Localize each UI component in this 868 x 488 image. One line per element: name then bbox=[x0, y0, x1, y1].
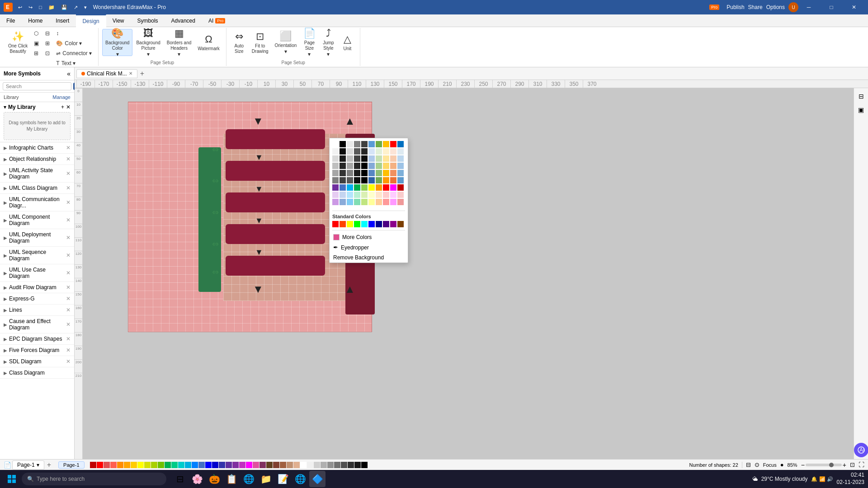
color-cell[interactable] bbox=[383, 163, 389, 169]
sidebar-item-uml-activity[interactable]: ▶ UML Activity State Diagram ✕ bbox=[0, 165, 74, 183]
palette-swatch[interactable] bbox=[171, 462, 178, 468]
color-cell[interactable] bbox=[361, 148, 368, 155]
std-color-green[interactable] bbox=[354, 221, 360, 227]
tab-view[interactable]: View bbox=[106, 14, 131, 27]
palette-swatch[interactable] bbox=[334, 462, 340, 468]
palette-swatch[interactable] bbox=[178, 462, 184, 468]
color-cell[interactable] bbox=[332, 170, 339, 176]
palette-swatch[interactable] bbox=[314, 462, 320, 468]
palette-swatch[interactable] bbox=[205, 462, 212, 468]
sidebar-item-sdl[interactable]: ▶ SDL Diagram ✕ bbox=[0, 356, 74, 367]
taskbar-search-box[interactable]: 🔍 Type here to search bbox=[22, 473, 166, 485]
sidebar-item-class-diagram[interactable]: ▶ Class Diagram bbox=[0, 367, 74, 379]
undo-btn[interactable]: ↩ bbox=[15, 3, 25, 12]
color-cell[interactable] bbox=[340, 170, 346, 176]
taskbar-app-word[interactable]: 📝 bbox=[275, 471, 291, 487]
color-cell[interactable] bbox=[383, 141, 389, 147]
color-cell[interactable] bbox=[368, 177, 375, 183]
sidebar-item-infographic[interactable]: ▶ Infographic Charts ✕ bbox=[0, 142, 74, 154]
color-cell[interactable] bbox=[368, 192, 375, 198]
color-cell[interactable] bbox=[332, 199, 339, 205]
palette-swatch[interactable] bbox=[110, 462, 117, 468]
open-btn[interactable]: 📁 bbox=[46, 3, 57, 12]
palette-swatch[interactable] bbox=[266, 462, 273, 468]
color-cell[interactable] bbox=[390, 170, 396, 176]
color-cell[interactable] bbox=[397, 177, 404, 183]
color-cell[interactable] bbox=[397, 199, 404, 205]
close-icon[interactable]: ✕ bbox=[66, 170, 71, 177]
sidebar-item-five-forces[interactable]: ▶ Five Forces Diagram ✕ bbox=[0, 345, 74, 356]
color-cell[interactable] bbox=[354, 184, 360, 191]
color-cell[interactable] bbox=[347, 184, 353, 191]
close-icon[interactable]: ✕ bbox=[66, 270, 71, 276]
color-cell[interactable] bbox=[368, 155, 375, 162]
color-cell[interactable] bbox=[340, 148, 346, 155]
std-color-red[interactable] bbox=[332, 221, 339, 227]
color-cell[interactable] bbox=[376, 163, 382, 169]
select-similar-btn[interactable]: ⬡ bbox=[31, 29, 42, 38]
zoom-in-btn[interactable]: + bbox=[843, 461, 846, 469]
add-library-icon[interactable]: + bbox=[61, 104, 64, 110]
taskbar-app-edraw[interactable]: 🔷 bbox=[309, 471, 326, 487]
color-cell[interactable] bbox=[354, 170, 360, 176]
color-cell[interactable] bbox=[390, 155, 396, 162]
color-cell[interactable] bbox=[354, 163, 360, 169]
color-cell[interactable] bbox=[332, 163, 339, 169]
color-cell[interactable] bbox=[347, 141, 353, 147]
fit-icon[interactable]: ⊡ bbox=[850, 461, 855, 468]
sidebar-collapse-icon[interactable]: « bbox=[67, 70, 71, 77]
color-cell[interactable] bbox=[390, 184, 396, 191]
color-cell[interactable] bbox=[368, 170, 375, 176]
tab-home[interactable]: Home bbox=[22, 14, 49, 27]
taskbar-app-browser[interactable]: 🌐 bbox=[241, 471, 257, 487]
color-cell[interactable] bbox=[390, 192, 396, 198]
close-icon[interactable]: ✕ bbox=[66, 217, 71, 223]
watermark-btn[interactable]: Ω Watermark bbox=[195, 29, 222, 56]
right-panel-btn-1[interactable]: ⊟ bbox=[855, 90, 868, 103]
color-cell[interactable] bbox=[332, 141, 339, 147]
palette-swatch[interactable] bbox=[212, 462, 218, 468]
color-cell[interactable] bbox=[354, 141, 360, 147]
color-cell[interactable] bbox=[354, 177, 360, 183]
fit-to-drawing-btn[interactable]: ⊡ Fit toDrawing bbox=[249, 29, 271, 56]
color-cell[interactable] bbox=[376, 141, 382, 147]
minimize-btn[interactable]: ─ bbox=[798, 0, 819, 14]
palette-swatch[interactable] bbox=[246, 462, 252, 468]
options-btn[interactable]: Options bbox=[766, 4, 785, 10]
palette-swatch[interactable] bbox=[104, 462, 110, 468]
page-tab-name[interactable]: Page-1 bbox=[58, 461, 84, 469]
palette-swatch[interactable] bbox=[327, 462, 334, 468]
arrange-btn[interactable]: ⊡ bbox=[42, 49, 52, 58]
palette-swatch[interactable] bbox=[192, 462, 198, 468]
palette-swatch[interactable] bbox=[131, 462, 137, 468]
color-cell[interactable] bbox=[390, 148, 396, 155]
palette-swatch[interactable] bbox=[293, 462, 300, 468]
color-cell[interactable] bbox=[332, 148, 339, 155]
close-btn[interactable]: ✕ bbox=[844, 0, 864, 14]
color-cell[interactable] bbox=[390, 163, 396, 169]
tab-insert[interactable]: Insert bbox=[49, 14, 76, 27]
palette-swatch[interactable] bbox=[165, 462, 171, 468]
taskbar-app-files[interactable]: 📁 bbox=[258, 471, 274, 487]
sidebar-item-epc[interactable]: ▶ EPC Diagram Shapes ✕ bbox=[0, 333, 74, 345]
color-cell[interactable] bbox=[383, 177, 389, 183]
one-click-beautify-btn[interactable]: ✨ One ClickBeautify bbox=[5, 29, 30, 56]
new-btn[interactable]: □ bbox=[36, 3, 45, 12]
sidebar-item-cause-effect[interactable]: ▶ Cause and Effect Diagram ✕ bbox=[0, 316, 74, 333]
share-btn[interactable]: Share bbox=[748, 4, 763, 10]
sidebar-item-lines[interactable]: ▶ Lines ✕ bbox=[0, 305, 74, 316]
close-icon[interactable]: ✕ bbox=[66, 336, 71, 342]
color-cell[interactable] bbox=[340, 199, 346, 205]
color-cell[interactable] bbox=[368, 163, 375, 169]
taskbar-app-chrome[interactable]: 🌐 bbox=[292, 471, 308, 487]
std-color-orange-red[interactable] bbox=[340, 221, 346, 227]
focus-label[interactable]: Focus bbox=[763, 462, 777, 468]
sidebar-item-uml-comm[interactable]: ▶ UML Communication Diagr... ✕ bbox=[0, 194, 74, 211]
color-cell[interactable] bbox=[340, 177, 346, 183]
palette-swatch[interactable] bbox=[321, 462, 327, 468]
ai-assistant-btn[interactable]: AI bbox=[854, 443, 868, 457]
background-picture-btn[interactable]: 🖼 BackgroundPicture ▾ bbox=[133, 29, 163, 56]
start-btn[interactable] bbox=[4, 471, 20, 487]
sidebar-item-uml-deploy[interactable]: ▶ UML Deployment Diagram ✕ bbox=[0, 229, 74, 247]
palette-swatch[interactable] bbox=[259, 462, 266, 468]
